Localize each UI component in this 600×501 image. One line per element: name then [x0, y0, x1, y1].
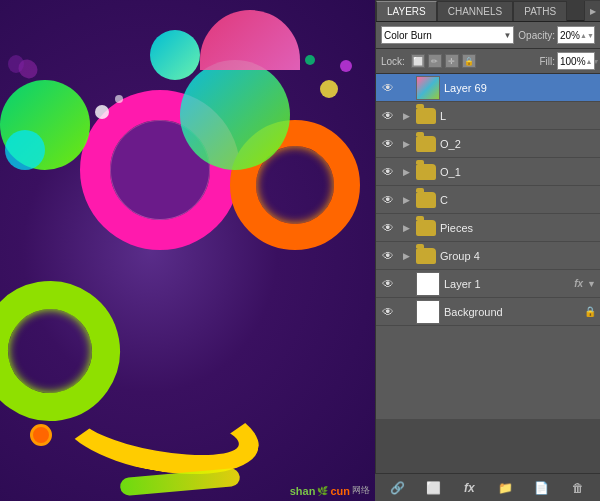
eye-O2[interactable]: 👁: [380, 136, 396, 152]
fill-label: Fill:: [539, 56, 555, 67]
folder-pieces: [416, 220, 436, 236]
delete-layer-button[interactable]: 🗑: [568, 478, 588, 498]
eye-pieces[interactable]: 👁: [380, 220, 396, 236]
watermark-suffix: 网络: [352, 484, 370, 497]
thumb-layer1: [416, 272, 440, 296]
tab-layers[interactable]: LAYERS: [376, 1, 437, 21]
eye-L[interactable]: 👁: [380, 108, 396, 124]
canvas-area: [0, 0, 375, 501]
opacity-group: Opacity: 20% ▲▼: [518, 26, 595, 44]
layers-toolbar: 🔗 ⬜ fx 📁 📄 🗑: [375, 473, 600, 501]
new-group-button[interactable]: 📁: [496, 478, 516, 498]
panel-tabs: LAYERS CHANNELS PATHS ▶: [376, 0, 600, 22]
blend-mode-arrow: ▼: [503, 31, 511, 40]
link-layers-button[interactable]: 🔗: [387, 478, 407, 498]
thumb-layer69: [416, 76, 440, 100]
layer-name-C: C: [440, 194, 596, 206]
eye-C[interactable]: 👁: [380, 192, 396, 208]
eye-group4[interactable]: 👁: [380, 248, 396, 264]
blend-mode-select[interactable]: Color Burn ▼: [381, 26, 514, 44]
opacity-arrows: ▲▼: [580, 32, 594, 39]
lock-image-btn[interactable]: ✏: [428, 54, 442, 68]
lock-transparent-btn[interactable]: ⬜: [411, 54, 425, 68]
expand-O1[interactable]: ▶: [400, 166, 412, 178]
layer-item-layer1[interactable]: 👁 Layer 1 fx ▼: [376, 270, 600, 298]
lock-all-btn[interactable]: 🔒: [462, 54, 476, 68]
layer-name-layer69: Layer 69: [444, 82, 596, 94]
folder-O1: [416, 164, 436, 180]
layers-panel: LAYERS CHANNELS PATHS ▶ Color Burn ▼ Opa…: [375, 0, 600, 501]
new-layer-button[interactable]: 📄: [532, 478, 552, 498]
blend-mode-row: Color Burn ▼ Opacity: 20% ▲▼: [376, 22, 600, 49]
eye-background[interactable]: 👁: [380, 304, 396, 320]
watermark: shan 🌿 cun 网络: [290, 484, 370, 497]
expand-C[interactable]: ▶: [400, 194, 412, 206]
layer-item-layer69[interactable]: 👁 Layer 69: [376, 74, 600, 102]
panel-menu-button[interactable]: ▶: [584, 1, 600, 21]
layer-item-O2[interactable]: 👁 ▶ O_2: [376, 130, 600, 158]
expand-pieces[interactable]: ▶: [400, 222, 412, 234]
lock-row: Lock: ⬜ ✏ ✛ 🔒 Fill: 100% ▲▼: [376, 49, 600, 74]
layer-name-O2: O_2: [440, 138, 596, 150]
eye-layer1[interactable]: 👁: [380, 276, 396, 292]
folder-O2: [416, 136, 436, 152]
eye-layer69[interactable]: 👁: [380, 80, 396, 96]
expand-L[interactable]: ▶: [400, 110, 412, 122]
opacity-label: Opacity:: [518, 30, 555, 41]
fill-input[interactable]: 100% ▲▼: [557, 52, 595, 70]
fill-arrows: ▲▼: [586, 58, 600, 65]
watermark-cun: cun: [330, 485, 350, 497]
expand-group4[interactable]: ▶: [400, 250, 412, 262]
layer-item-O1[interactable]: 👁 ▶ O_1: [376, 158, 600, 186]
fx-layer1[interactable]: fx: [574, 278, 583, 289]
thumb-background: [416, 300, 440, 324]
expand-O2[interactable]: ▶: [400, 138, 412, 150]
opacity-input[interactable]: 20% ▲▼: [557, 26, 595, 44]
watermark-leaf: 🌿: [317, 486, 328, 496]
lock-label: Lock:: [381, 56, 405, 67]
folder-L: [416, 108, 436, 124]
layer-item-C[interactable]: 👁 ▶ C: [376, 186, 600, 214]
lock-position-btn[interactable]: ✛: [445, 54, 459, 68]
layer-item-pieces[interactable]: 👁 ▶ Pieces: [376, 214, 600, 242]
add-mask-button[interactable]: ⬜: [423, 478, 443, 498]
lock-background: 🔒: [584, 306, 596, 317]
lock-icons-group: ⬜ ✏ ✛ 🔒: [411, 54, 476, 68]
layer-item-group4[interactable]: 👁 ▶ Group 4: [376, 242, 600, 270]
layer-name-pieces: Pieces: [440, 222, 596, 234]
blend-mode-value: Color Burn: [384, 30, 432, 41]
watermark-text: shan: [290, 485, 316, 497]
fill-group: Fill: 100% ▲▼: [539, 52, 595, 70]
add-adjustment-button[interactable]: fx: [459, 478, 479, 498]
tab-paths[interactable]: PATHS: [513, 1, 567, 21]
opacity-value: 20%: [560, 30, 580, 41]
fx-arrow-layer1[interactable]: ▼: [587, 279, 596, 289]
layers-list: 👁 Layer 69 👁 ▶ L 👁 ▶ O_2 👁 ▶ O_1: [376, 74, 600, 419]
folder-C: [416, 192, 436, 208]
layer-item-L[interactable]: 👁 ▶ L: [376, 102, 600, 130]
layer-name-background: Background: [444, 306, 580, 318]
eye-O1[interactable]: 👁: [380, 164, 396, 180]
layer-name-O1: O_1: [440, 166, 596, 178]
folder-group4: [416, 248, 436, 264]
tab-channels[interactable]: CHANNELS: [437, 1, 513, 21]
layer-item-background[interactable]: 👁 Background 🔒: [376, 298, 600, 326]
layer-name-group4: Group 4: [440, 250, 596, 262]
layer-name-layer1: Layer 1: [444, 278, 570, 290]
fill-value: 100%: [560, 56, 586, 67]
layer-name-L: L: [440, 110, 596, 122]
